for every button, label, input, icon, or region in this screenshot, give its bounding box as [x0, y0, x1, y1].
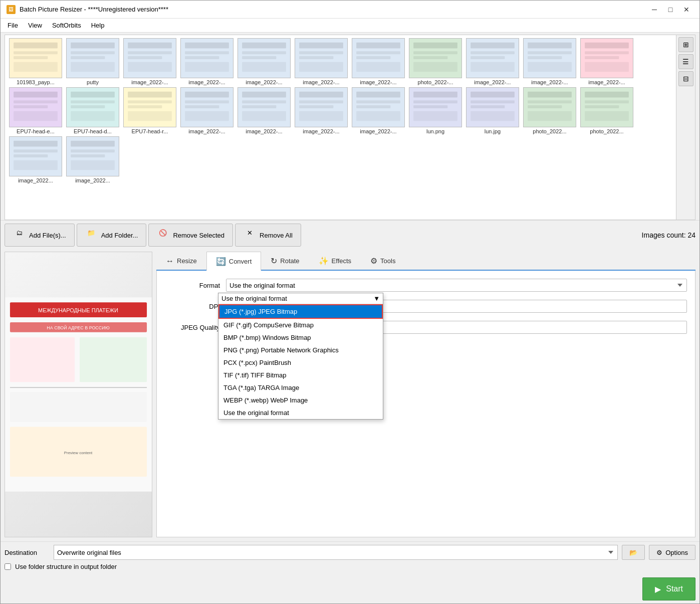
svg-rect-6 [71, 43, 115, 49]
list-item[interactable]: photo_2022... [522, 87, 577, 134]
remove-selected-icon: 🚫 [157, 229, 169, 241]
remove-all-button[interactable]: ✕ Remove All [235, 224, 301, 247]
title-bar: 🖼 Batch Picture Resizer - ****Unregister… [1, 1, 699, 19]
list-item[interactable]: image_2022-... [351, 87, 406, 134]
svg-rect-98 [471, 105, 505, 108]
options-button[interactable]: ⚙ Options [649, 545, 695, 560]
list-item[interactable]: image_2022-... [237, 87, 292, 134]
dropdown-item-pcx[interactable]: PCX (*.pcx) PaintBrush [218, 356, 383, 369]
menu-softorbits[interactable]: SoftOrbits [47, 20, 86, 31]
view-grid-button[interactable]: ⊟ [678, 71, 693, 86]
dropdown-item-bmp[interactable]: BMP (*.bmp) Windows Bitmap [218, 331, 383, 344]
svg-rect-49 [528, 62, 572, 72]
remove-selected-button[interactable]: 🚫 Remove Selected [148, 224, 233, 247]
list-item[interactable]: photo_2022-... [408, 38, 463, 85]
svg-rect-128 [10, 392, 147, 422]
svg-rect-37 [413, 51, 457, 54]
folder-icon: 📂 [629, 549, 637, 556]
dropdown-item-tga[interactable]: TGA (*.tga) TARGA Image [218, 381, 383, 394]
tab-rotate[interactable]: ↻ Rotate [261, 252, 309, 270]
format-select[interactable]: Use the original format [226, 279, 687, 292]
destination-row: Destination Overwrite original files 📂 ⚙… [5, 545, 695, 560]
svg-rect-54 [585, 62, 629, 72]
svg-rect-79 [242, 111, 286, 121]
list-item[interactable]: image_2022-... [294, 87, 349, 134]
list-item[interactable]: image_2022... [8, 136, 63, 183]
format-label: Format [165, 282, 220, 289]
view-list-button[interactable]: ☰ [678, 54, 693, 69]
svg-rect-104 [528, 111, 572, 121]
tab-convert[interactable]: 🔄 Convert [206, 252, 262, 271]
add-folder-button[interactable]: 📁 Add Folder... [77, 224, 147, 247]
thumb-label: photo_2022-... [409, 79, 462, 85]
list-item[interactable]: image_2022-... [351, 38, 406, 85]
dropdown-item-tif[interactable]: TIF (*.tif) TIFF Bitmap [218, 369, 383, 381]
convert-icon: 🔄 [216, 257, 226, 266]
list-item[interactable]: photo_2022... [579, 87, 634, 134]
thumb-label: photo_2022... [523, 128, 576, 134]
list-item[interactable]: image_2022-... [179, 38, 235, 85]
svg-rect-3 [14, 56, 48, 59]
dropdown-item-jpg[interactable]: JPG (*.jpg) JPEG Bitmap [219, 305, 382, 318]
svg-rect-61 [71, 92, 115, 98]
svg-rect-64 [71, 111, 115, 121]
svg-rect-53 [585, 56, 619, 59]
svg-rect-91 [413, 92, 457, 98]
tab-resize[interactable]: ↔ Resize [156, 252, 206, 270]
list-item[interactable]: EPU7-head-e... [8, 87, 63, 134]
svg-rect-2 [14, 51, 58, 54]
svg-rect-97 [471, 100, 515, 103]
add-files-button[interactable]: 🗂 Add File(s)... [5, 224, 75, 247]
dropdown-item-png[interactable]: PNG (*.png) Portable Network Graphics [218, 344, 383, 356]
svg-rect-9 [71, 62, 115, 72]
svg-rect-39 [413, 62, 457, 72]
window-controls: ─ □ ✕ [647, 4, 693, 16]
list-item[interactable]: image_2022-... [179, 87, 235, 134]
minimize-button[interactable]: ─ [647, 4, 661, 16]
destination-folder-button[interactable]: 📂 [622, 545, 645, 560]
list-item[interactable]: putty [65, 38, 120, 85]
tab-tools[interactable]: ⚙ Tools [361, 252, 405, 270]
options-panel: ↔ Resize 🔄 Convert ↻ Rotate ✨ Effects ⚙ [156, 252, 695, 537]
svg-rect-86 [356, 92, 400, 98]
list-item[interactable]: EPU7-head-d... [65, 87, 120, 134]
image-panel-wrapper: 101983_payp... putty image_2022-... imag… [5, 35, 695, 220]
svg-rect-1 [14, 43, 58, 49]
effects-icon: ✨ [319, 256, 329, 266]
menu-view[interactable]: View [23, 20, 47, 31]
thumb-label: image_2022-... [238, 79, 291, 85]
list-item[interactable]: image_2022... [65, 136, 120, 183]
list-item[interactable]: image_2022-... [465, 38, 520, 85]
start-icon: ▶ [655, 584, 661, 594]
list-item[interactable]: image_2022-... [294, 38, 349, 85]
start-btn-row: ▶ Start [1, 573, 699, 603]
list-item[interactable]: EPU7-head-r... [122, 87, 177, 134]
svg-rect-62 [71, 100, 115, 103]
list-item[interactable]: 101983_payp... [8, 38, 63, 85]
preview-panel: МЕЖДУНАРОДНЫЕ ПЛАТЕЖИ НА СВОЙ АДРЕС В РО… [5, 252, 152, 537]
folder-structure-checkbox[interactable] [5, 563, 11, 570]
dropdown-item-gif[interactable]: GIF (*.gif) CompuServe Bitmap [218, 319, 383, 331]
dropdown-item-use-original[interactable]: Use the original format [218, 407, 383, 419]
maximize-button[interactable]: □ [663, 4, 677, 16]
svg-text:Preview content: Preview content [64, 451, 93, 455]
destination-select[interactable]: Overwrite original files [54, 545, 618, 560]
svg-rect-17 [185, 51, 229, 54]
list-item[interactable]: image_2022-... [122, 38, 177, 85]
thumb-label: image_2022-... [580, 79, 633, 85]
svg-rect-26 [299, 43, 343, 49]
close-button[interactable]: ✕ [679, 4, 693, 16]
tab-effects[interactable]: ✨ Effects [309, 252, 361, 270]
list-item[interactable]: lun.jpg [465, 87, 520, 134]
list-item[interactable]: lun.png [408, 87, 463, 134]
list-item[interactable]: image_2022-... [237, 38, 292, 85]
view-thumbnails-button[interactable]: ⊞ [678, 37, 693, 52]
menu-bar: File View SoftOrbits Help [1, 19, 699, 33]
start-button[interactable]: ▶ Start [642, 577, 695, 600]
menu-file[interactable]: File [3, 20, 23, 31]
list-item[interactable]: image_2022-... [522, 38, 577, 85]
list-item[interactable]: image_2022-... [579, 38, 634, 85]
dropdown-item-webp[interactable]: WEBP (*.webp) WebP Image [218, 394, 383, 407]
menu-help[interactable]: Help [86, 20, 110, 31]
svg-rect-127 [10, 387, 147, 388]
